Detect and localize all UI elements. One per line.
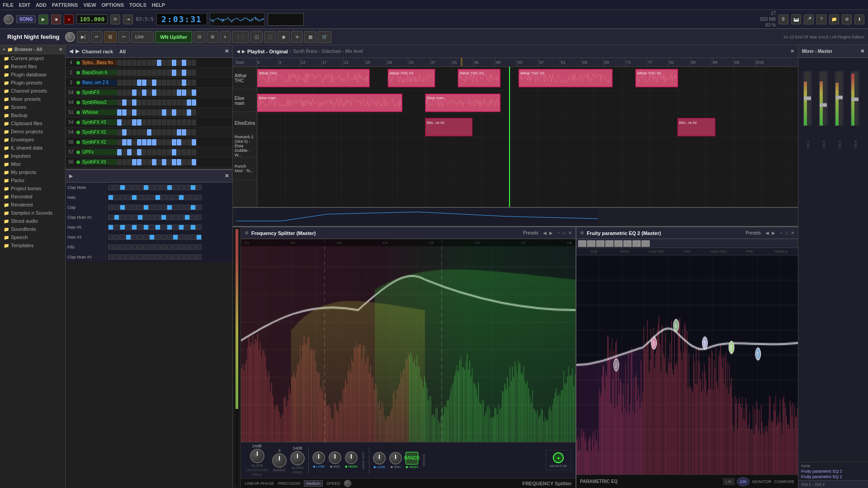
freq-splitter-nav-right[interactable]: ▶ — [549, 230, 553, 235]
step-button[interactable] — [167, 215, 172, 220]
step-button[interactable] — [161, 215, 166, 220]
step-pad[interactable] — [162, 119, 166, 126]
eq-band-3-btn[interactable] — [596, 240, 604, 247]
step-button[interactable] — [161, 244, 166, 250]
channel-row[interactable]: 54SynthRexv2 — [66, 98, 232, 108]
step-pad[interactable] — [142, 89, 146, 96]
step-pad[interactable] — [182, 99, 186, 106]
step-button[interactable] — [143, 195, 149, 200]
step-button[interactable] — [179, 244, 184, 250]
channel-led[interactable] — [76, 91, 80, 94]
step-pad[interactable] — [137, 89, 142, 96]
step-pad[interactable] — [122, 149, 127, 155]
channel-pads[interactable] — [117, 159, 231, 165]
step-pad[interactable] — [147, 149, 151, 155]
step-pad[interactable] — [172, 99, 176, 106]
step-button[interactable] — [173, 205, 178, 210]
step-pad[interactable] — [187, 119, 191, 126]
step-pad[interactable] — [172, 139, 176, 145]
step-pad[interactable] — [172, 159, 176, 165]
step-button[interactable] — [149, 244, 155, 250]
step-button[interactable] — [196, 195, 202, 200]
step-pad[interactable] — [172, 60, 176, 66]
step-button[interactable] — [167, 195, 172, 200]
step-button[interactable] — [161, 205, 166, 210]
toolbar-icon-4[interactable]: ✂ — [118, 31, 130, 43]
step-pad[interactable] — [187, 89, 191, 96]
step-pad[interactable] — [122, 139, 127, 145]
step-pad[interactable] — [162, 149, 166, 155]
eq-band-2-btn[interactable] — [587, 240, 595, 247]
step-pad[interactable] — [182, 109, 186, 116]
channel-rack-close[interactable]: ✕ — [225, 48, 229, 54]
toolbar-icon-2[interactable]: ✏ — [91, 31, 103, 43]
step-pad[interactable] — [122, 119, 127, 126]
step-button[interactable] — [126, 215, 131, 220]
step-pad[interactable] — [162, 60, 166, 66]
freq-splitter-nav-left[interactable]: ◀ — [543, 230, 547, 235]
step-button[interactable] — [190, 235, 196, 240]
sidebar-item-channel-presets[interactable]: 📁Channel presets — [0, 87, 65, 95]
step-pad[interactable] — [152, 99, 156, 106]
step-pad[interactable] — [177, 109, 181, 116]
step-pad[interactable] — [117, 149, 122, 155]
step-button[interactable] — [108, 244, 113, 250]
step-button[interactable] — [120, 205, 125, 210]
step-pad[interactable] — [172, 89, 176, 96]
mixer-fx-slot-2[interactable]: Fruity parametric EQ 2 — [800, 474, 866, 479]
step-button[interactable] — [114, 185, 119, 190]
sidebar-item-backup[interactable]: 📁Backup — [0, 111, 65, 119]
step-pad[interactable] — [147, 99, 151, 106]
step-button[interactable] — [179, 225, 184, 230]
eq-compare-label[interactable]: COMPARE — [774, 479, 794, 484]
step-button[interactable] — [190, 244, 196, 250]
step-button[interactable] — [143, 254, 149, 260]
step-pad[interactable] — [127, 139, 132, 145]
step-button[interactable] — [114, 254, 119, 260]
step-pad[interactable] — [172, 80, 176, 86]
pattern-selector[interactable]: WN Uplifter — [155, 31, 192, 43]
step-button[interactable] — [155, 235, 160, 240]
speed-knob[interactable] — [344, 480, 351, 487]
channel-row[interactable]: 3Bass..um 2 6 — [66, 78, 232, 88]
step-pad[interactable] — [167, 139, 171, 145]
step-pad[interactable] — [122, 80, 127, 86]
step-pad[interactable] — [152, 139, 156, 145]
step-button[interactable] — [149, 254, 155, 260]
step-pad[interactable] — [127, 80, 132, 86]
channel-pads[interactable] — [117, 80, 231, 86]
step-button[interactable] — [126, 235, 131, 240]
channel-row[interactable]: 51WNoise — [66, 108, 232, 117]
step-button[interactable] — [161, 195, 166, 200]
step-pad[interactable] — [147, 60, 151, 66]
step-pad[interactable] — [182, 139, 186, 145]
eq-band-8-btn[interactable] — [642, 240, 650, 247]
step-button[interactable] — [190, 205, 196, 210]
step-button[interactable] — [167, 244, 172, 250]
mid-knob[interactable] — [329, 451, 341, 464]
step-pad[interactable] — [142, 109, 146, 116]
step-pad[interactable] — [177, 139, 181, 145]
step-pad[interactable] — [142, 70, 146, 76]
step-button[interactable] — [167, 235, 172, 240]
step-button[interactable] — [108, 185, 113, 190]
step-pad[interactable] — [122, 129, 127, 136]
step-button[interactable] — [196, 205, 202, 210]
step-pad[interactable] — [157, 99, 161, 106]
step-button[interactable] — [137, 185, 143, 190]
step-pad[interactable] — [157, 159, 161, 165]
step-pad[interactable] — [147, 159, 151, 165]
eq-band-4-btn[interactable] — [605, 240, 613, 247]
step-pad[interactable] — [127, 149, 132, 155]
step-button[interactable] — [132, 254, 137, 260]
menu-add[interactable]: ADD — [36, 2, 47, 8]
step-pad[interactable] — [162, 89, 166, 96]
step-button[interactable] — [126, 254, 131, 260]
step-button[interactable] — [179, 235, 184, 240]
step-pad[interactable] — [162, 80, 166, 86]
step-pad[interactable] — [162, 139, 166, 145]
step-pad[interactable] — [122, 89, 127, 96]
sidebar-item-sliced-audio[interactable]: 📁Sliced audio — [0, 217, 65, 225]
step-pad[interactable] — [152, 109, 156, 116]
automation-canvas[interactable] — [236, 208, 598, 226]
